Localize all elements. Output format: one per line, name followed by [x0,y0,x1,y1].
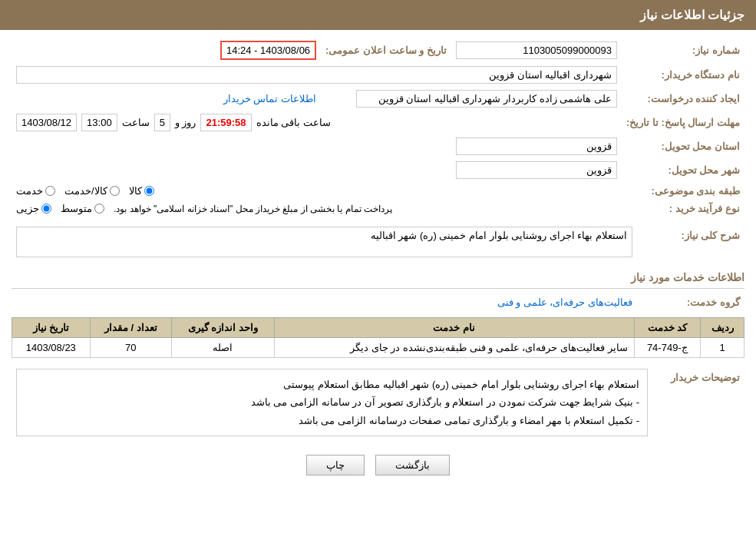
buyer-org-value: شهرداری اقبالیه استان قزوین [16,66,617,84]
city-label: شهر محل تحویل: [622,158,744,182]
creator-label: ایجاد کننده درخواست: [622,87,744,111]
deadline-date: 1403/08/12 [16,114,77,131]
service-group-table: گروه خدمت: فعالیت‌های حرفه‌ای، علمی و فن… [12,293,744,311]
need-desc-label: شرح کلی نیاز: [637,224,744,260]
buyer-desc-label: توضیحات خریدار [652,366,744,447]
deadline-days: 5 [154,114,170,131]
announce-value: 1403/08/06 - 14:24 [220,41,316,60]
services-table: ردیف کد خدمت نام خدمت واحد اندازه گیری ت… [12,317,744,358]
deadline-time: 13:00 [81,114,117,131]
table-row: 1 ج-749-74 سایر فعالیت‌های حرفه‌ای، علمی… [12,338,744,358]
need-number-label: شماره نیاز: [622,38,744,63]
buyer-org-label: نام دستگاه خریدار: [622,63,744,87]
col-quantity: تعداد / مقدار [90,318,171,338]
col-unit: واحد اندازه گیری [171,318,274,338]
cell-row-num: 1 [701,338,744,358]
deadline-remaining-label: ساعت باقی مانده [256,117,331,128]
province-value: قزوین [456,137,617,155]
category-kala[interactable]: کالا [129,185,154,197]
need-desc-table: شرح کلی نیاز: استعلام بهاء اجرای روشنایی… [12,224,744,260]
main-info-table: شماره نیاز: 1103005099000093 تاریخ و ساع… [12,38,744,217]
need-number-value: 1103005099000093 [456,41,617,59]
buyer-desc-table: توضیحات خریدار استعلام بهاء اجرای روشنای… [12,366,744,447]
col-date: تاریخ نیاز [12,318,91,338]
page-header: جزئیات اطلاعات نیاز [0,0,756,30]
deadline-remaining: 21:59:58 [200,114,251,131]
col-service-name: نام خدمت [274,318,634,338]
cell-quantity: 70 [90,338,171,358]
deadline-time-label: ساعت [122,117,150,128]
cell-unit: اصله [171,338,274,358]
col-row-num: ردیف [701,318,744,338]
deadline-label: مهلت ارسال پاسخ: تا تاریخ: [622,111,744,134]
service-group-label: گروه خدمت: [637,293,744,311]
category-kala-khedmat[interactable]: کالا/خدمت [64,185,120,197]
buyer-desc-line3: - تکمیل استعلام با مهر امضاء و بارگذاری … [25,412,639,429]
need-desc-value: استعلام بهاء اجرای روشنایی بلوار امام خم… [16,227,632,257]
buyer-desc-line1: استعلام بهاء اجرای روشنایی بلوار امام خم… [25,376,639,393]
process-note: پرداخت تمام یا بخشی از مبلغ خریداز محل "… [114,204,392,214]
process-jozii[interactable]: جزیی [16,203,51,214]
button-row: بازگشت چاپ [12,455,744,475]
cell-service-name: سایر فعالیت‌های حرفه‌ای، علمی و فنی طبقه… [274,338,634,358]
buyer-desc-value: استعلام بهاء اجرای روشنایی بلوار امام خم… [16,369,648,436]
announce-label: تاریخ و ساعت اعلان عمومی: [321,38,451,63]
province-label: استان محل تحویل: [622,134,744,158]
back-button[interactable]: بازگشت [375,455,450,475]
category-khedmat[interactable]: خدمت [16,185,55,197]
process-motavasset[interactable]: متوسط [61,203,104,214]
deadline-days-label: روز و [175,117,196,128]
service-group-value[interactable]: فعالیت‌های حرفه‌ای، علمی و فنی [497,297,632,308]
cell-service-code: ج-749-74 [634,338,700,358]
city-value: قزوین [456,161,617,179]
col-service-code: کد خدمت [634,318,700,338]
buyer-desc-line2: - بنیک شرایط جهت شرکت نمودن در استعلام و… [25,393,639,411]
creator-value: علی هاشمی زاده کاربردار شهرداری اقبالیه … [356,90,617,108]
page-title: جزئیات اطلاعات نیاز [640,8,744,22]
services-section-title: اطلاعات خدمات مورد نیاز [12,267,744,289]
print-button[interactable]: چاپ [306,455,365,475]
cell-date: 1403/08/23 [12,338,91,358]
contact-link[interactable]: اطلاعات تماس خریدار [223,93,316,104]
category-label: طبقه بندی موضوعی: [622,182,744,200]
process-label: نوع فرآیند خرید : [622,200,744,217]
